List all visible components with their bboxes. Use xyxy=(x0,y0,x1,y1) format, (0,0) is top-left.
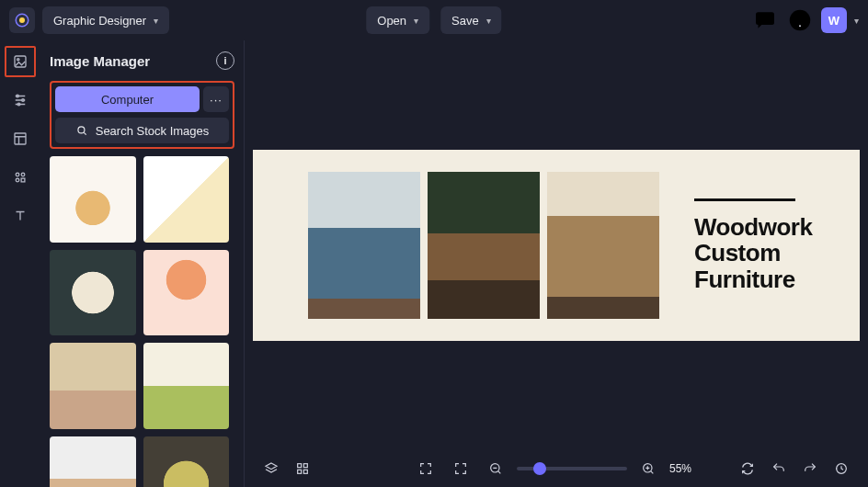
undo-icon xyxy=(771,461,786,476)
thumbnail-scroll[interactable] xyxy=(50,156,234,487)
app-logo[interactable] xyxy=(9,7,35,33)
upload-row: Computer ··· xyxy=(55,86,229,112)
bottom-toolbar: 55% xyxy=(245,450,868,487)
banner-line-2: Custom xyxy=(694,239,781,266)
thumbnail[interactable] xyxy=(143,250,230,336)
thumbnail[interactable] xyxy=(50,343,136,429)
chevron-down-icon: ▾ xyxy=(154,16,158,26)
zoom-slider[interactable] xyxy=(517,467,627,470)
history-button[interactable] xyxy=(828,455,855,482)
fullscreen-icon xyxy=(418,461,433,476)
thumbnail[interactable] xyxy=(143,156,230,243)
upload-more-button[interactable]: ··· xyxy=(203,86,229,112)
grid-icon xyxy=(295,461,310,476)
topbar: Graphic Designer ▾ Open ▾ Save ▾ W ▾ xyxy=(0,0,868,40)
panel-title: Image Manager xyxy=(50,53,150,69)
canvas-area: Woodwork Custom Furniture xyxy=(245,40,868,487)
search-stock-label: Search Stock Images xyxy=(96,124,210,138)
svg-rect-18 xyxy=(298,470,302,473)
search-stock-button[interactable]: Search Stock Images xyxy=(55,118,229,143)
user-avatar[interactable]: W xyxy=(821,7,847,33)
help-button[interactable] xyxy=(786,6,814,34)
banner-text[interactable]: Woodwork Custom Furniture xyxy=(694,198,812,293)
canvas-viewport[interactable]: Woodwork Custom Furniture xyxy=(245,40,868,450)
thumbnail[interactable] xyxy=(143,436,230,488)
undo-button[interactable] xyxy=(765,455,793,482)
bottombar-left xyxy=(257,455,316,482)
grid-button[interactable] xyxy=(289,455,316,482)
redo-button[interactable] xyxy=(796,455,824,482)
main: Image Manager i Computer ··· Search Stoc… xyxy=(0,40,868,487)
layout-icon xyxy=(12,130,29,147)
image-icon xyxy=(12,53,29,70)
chat-icon xyxy=(751,6,779,34)
zoom-out-icon xyxy=(488,461,503,476)
bottombar-right xyxy=(734,455,855,482)
layers-button[interactable] xyxy=(257,455,285,482)
rail-item-objects[interactable] xyxy=(5,162,36,193)
banner-photo-2[interactable] xyxy=(428,172,540,319)
svg-point-4 xyxy=(799,25,801,27)
thumbnail-grid xyxy=(50,156,229,487)
rail-item-images[interactable] xyxy=(5,46,36,77)
role-selector[interactable]: Graphic Designer ▾ xyxy=(42,6,169,34)
svg-rect-16 xyxy=(298,464,302,468)
fullscreen-button[interactable] xyxy=(412,455,440,482)
thumbnail[interactable] xyxy=(143,343,230,429)
svg-point-12 xyxy=(21,173,25,176)
redo-icon xyxy=(803,461,817,476)
svg-rect-19 xyxy=(303,470,307,473)
save-button[interactable]: Save ▾ xyxy=(440,6,502,34)
feedback-button[interactable] xyxy=(751,6,779,34)
role-label: Graphic Designer xyxy=(53,14,146,28)
rail-item-adjust[interactable] xyxy=(5,85,36,116)
upload-computer-button[interactable]: Computer xyxy=(55,86,200,112)
text-icon xyxy=(12,208,29,224)
thumbnail[interactable] xyxy=(50,156,136,243)
design-banner[interactable]: Woodwork Custom Furniture xyxy=(253,150,860,341)
sliders-icon xyxy=(12,92,29,108)
fit-button[interactable] xyxy=(447,455,474,482)
thumbnail[interactable] xyxy=(50,436,136,488)
chevron-down-icon: ▾ xyxy=(414,16,418,26)
panel-info-button[interactable]: i xyxy=(216,51,234,70)
upload-section-highlight: Computer ··· Search Stock Images xyxy=(50,81,234,149)
zoom-slider-thumb[interactable] xyxy=(533,462,546,475)
user-initial: W xyxy=(828,14,839,28)
svg-rect-14 xyxy=(21,178,25,182)
thumbnail[interactable] xyxy=(50,250,136,336)
logo-icon xyxy=(14,12,30,28)
topbar-right: W ▾ xyxy=(751,6,859,34)
banner-line-3: Furniture xyxy=(694,266,795,293)
left-rail xyxy=(0,40,40,487)
sync-icon xyxy=(740,461,755,476)
topbar-center: Open ▾ Save ▾ xyxy=(366,6,501,34)
computer-label: Computer xyxy=(101,93,154,107)
svg-point-6 xyxy=(17,59,19,61)
rail-item-layout[interactable] xyxy=(5,123,36,154)
fit-icon xyxy=(453,461,468,476)
zoom-in-button[interactable] xyxy=(634,455,662,482)
more-label: ··· xyxy=(210,93,223,107)
help-icon xyxy=(786,6,814,34)
zoom-percent-label: 55% xyxy=(669,462,701,475)
svg-point-15 xyxy=(78,127,85,133)
svg-point-11 xyxy=(16,173,19,176)
open-button[interactable]: Open ▾ xyxy=(366,6,429,34)
objects-icon xyxy=(12,169,29,186)
rail-item-text[interactable] xyxy=(5,200,36,232)
banner-photo-1[interactable] xyxy=(308,172,420,319)
zoom-out-button[interactable] xyxy=(482,455,509,482)
chevron-down-icon: ▾ xyxy=(486,16,491,26)
bottombar-center: 55% xyxy=(412,455,701,482)
history-icon xyxy=(834,461,849,476)
banner-line-1: Woodwork xyxy=(694,213,812,241)
user-menu-chevron[interactable]: ▾ xyxy=(854,16,859,26)
svg-point-1 xyxy=(19,17,25,23)
svg-rect-2 xyxy=(756,12,774,25)
sync-button[interactable] xyxy=(734,455,761,482)
open-label: Open xyxy=(377,14,406,28)
banner-photo-3[interactable] xyxy=(547,172,659,319)
layers-icon xyxy=(264,461,279,476)
side-panel: Image Manager i Computer ··· Search Stoc… xyxy=(40,40,245,487)
